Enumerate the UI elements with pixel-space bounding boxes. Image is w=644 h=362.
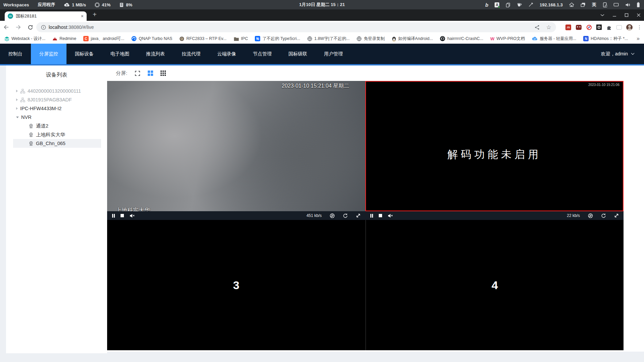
bookmark-rfc[interactable]: RFC2833 – RTP Ev... xyxy=(179,36,227,41)
bookmark-cloud-server[interactable]: 服务器 - 轻量应用... xyxy=(532,36,576,42)
browser-menu-icon[interactable]: ⋮ xyxy=(637,24,642,30)
nav-tab-console[interactable]: 控制台 xyxy=(0,44,31,64)
back-icon[interactable] xyxy=(3,25,9,30)
fullscreen-icon[interactable] xyxy=(135,71,140,76)
bookmark-csdn[interactable]: C java、android可... xyxy=(83,36,124,42)
stop-icon[interactable] xyxy=(121,214,124,217)
tab-search-chevron-icon[interactable] xyxy=(600,14,604,16)
profile-avatar[interactable] xyxy=(626,24,633,31)
player-3-empty[interactable]: 3 xyxy=(107,220,365,350)
bookmark-android-build[interactable]: 如何编译Android... xyxy=(392,36,433,42)
bookmark-webstack[interactable]: Webstack - 设计... xyxy=(4,36,45,42)
caret-right-icon[interactable] xyxy=(16,107,18,110)
display-tray-icon[interactable] xyxy=(613,3,619,7)
nav-tab-node-manage[interactable]: 节点管理 xyxy=(244,44,280,64)
player-2-video-selected[interactable]: 2023-01-10 15:21:06 解码功能未启用 xyxy=(365,81,624,211)
bookmark-copy-free[interactable]: 免登录复制 xyxy=(357,36,385,42)
bookmark-redmine[interactable]: Redmine xyxy=(52,36,76,41)
nav-tab-cloud-record[interactable]: 云端录像 xyxy=(209,44,244,64)
bookmarks-overflow-icon[interactable]: » xyxy=(637,36,640,42)
tab-close-icon[interactable]: × xyxy=(81,14,84,18)
browser-tab[interactable]: 国标28181 × xyxy=(5,11,87,21)
stop-icon[interactable] xyxy=(379,214,382,217)
net-speed-indicator[interactable]: 1 MB/s xyxy=(64,2,86,7)
app-nav-bar: 控制台 分屏监控 国标设备 电子地图 推流列表 拉流代理 云端录像 节点管理 国… xyxy=(0,44,644,64)
layers-tray-icon[interactable] xyxy=(581,2,586,7)
pipette-tray-icon[interactable] xyxy=(528,2,533,7)
tree-node-device[interactable]: 8J01915PAGB3ADF xyxy=(13,95,101,104)
user-menu[interactable]: 欢迎，admin xyxy=(601,44,644,64)
refresh-icon[interactable] xyxy=(601,213,606,218)
nav-tab-map[interactable]: 电子地图 xyxy=(102,44,138,64)
bookmark-ipc-folder[interactable]: IPC xyxy=(234,36,248,41)
js-extension-icon[interactable]: JS xyxy=(565,25,571,30)
mute-icon[interactable] xyxy=(130,214,135,218)
notes-tray-icon[interactable]: A xyxy=(495,2,499,7)
volume-tray-icon[interactable] xyxy=(625,3,630,7)
nav-tab-split-monitor[interactable]: 分屏监控 xyxy=(31,44,66,64)
new-tab-button[interactable]: + xyxy=(93,11,97,18)
applications-button[interactable]: 应用程序 xyxy=(38,2,55,8)
share-icon[interactable] xyxy=(535,25,540,30)
window-maximize-icon[interactable] xyxy=(625,13,629,17)
coffee-tray-icon[interactable] xyxy=(517,2,522,7)
phone-link-tray-icon[interactable] xyxy=(603,2,607,7)
bookmark-zhihu[interactable]: 知 了不起的 TypeScri... xyxy=(255,36,300,42)
bookmark-qnap[interactable]: QNAP Turbo NAS xyxy=(131,36,172,41)
nav-tab-gb-cascade[interactable]: 国标级联 xyxy=(280,44,316,64)
tree-node-channel[interactable]: 通道2 xyxy=(13,122,101,130)
aperture-icon[interactable] xyxy=(330,213,335,218)
bookmark-wvp-docs[interactable]: W WVP-PRO文档 xyxy=(490,36,525,42)
clock[interactable]: 1月10日 星期二 15：21 xyxy=(299,2,345,8)
clipboard-tray-icon[interactable] xyxy=(506,2,510,7)
player-1-video[interactable]: 2023-01-10 15:21:04 星期二 上地科实大华 xyxy=(107,81,365,211)
ip-address[interactable]: 192.168.1.3 xyxy=(540,2,563,7)
window-close-icon[interactable] xyxy=(637,13,641,17)
tree-node-device-expanded[interactable]: NVR xyxy=(13,113,101,122)
tree-node-channel-selected[interactable]: GB_Chn_065 xyxy=(13,139,101,148)
expand-icon[interactable] xyxy=(356,213,361,218)
reload-icon[interactable] xyxy=(28,25,33,30)
split-2x2-icon[interactable] xyxy=(148,71,153,76)
bookmark-github[interactable]: hairrrrr/C-CrashC... xyxy=(440,36,483,41)
forward-icon[interactable] xyxy=(15,25,21,30)
memory-indicator[interactable]: 8% xyxy=(119,2,132,7)
bookmark-hdatmos[interactable]: N HDAtmos :: 种子 *... xyxy=(583,36,628,42)
nav-tab-user-manage[interactable]: 用户管理 xyxy=(316,44,351,64)
bookmark-star-icon[interactable]: ☆ xyxy=(546,25,551,30)
refresh-icon[interactable] xyxy=(343,213,348,218)
mask-extension-icon[interactable] xyxy=(576,24,582,30)
ime-indicator[interactable]: 英 xyxy=(592,2,596,8)
adblock-extension-icon[interactable] xyxy=(586,24,592,30)
caret-down-icon[interactable] xyxy=(16,117,19,118)
caret-right-icon[interactable] xyxy=(16,90,18,92)
cpu-indicator[interactable]: 41% xyxy=(95,2,110,7)
tree-node-device[interactable]: 44020000013200000111 xyxy=(13,87,101,95)
aperture-icon[interactable] xyxy=(588,213,593,218)
url-bar[interactable]: localhost:38080/#/live ☆ xyxy=(36,22,556,32)
bing-tray-icon[interactable]: b xyxy=(485,2,488,8)
nav-tab-push-list[interactable]: 推流列表 xyxy=(138,44,173,64)
pause-icon[interactable] xyxy=(370,214,373,218)
player-4-empty[interactable]: 4 xyxy=(365,220,624,350)
bookmark-typescript-article[interactable]: 1.8W字|了不起的... xyxy=(307,36,350,42)
window-minimize-icon[interactable] xyxy=(612,13,616,17)
webcam-icon xyxy=(29,141,34,146)
nav-tab-gb-devices[interactable]: 国标设备 xyxy=(66,44,102,64)
split-3x3-icon[interactable] xyxy=(160,71,166,76)
mute-icon[interactable] xyxy=(388,214,393,218)
tree-node-channel[interactable]: 上地科实大华 xyxy=(13,130,101,139)
pause-icon[interactable] xyxy=(112,214,115,218)
puzzle-extensions-icon[interactable] xyxy=(606,24,612,30)
home-tray-icon[interactable] xyxy=(569,2,574,7)
nav-tab-pull-proxy[interactable]: 拉流代理 xyxy=(173,44,209,64)
battery-tray-icon[interactable] xyxy=(637,2,640,7)
screenshot-extension-icon[interactable] xyxy=(596,25,602,30)
tree-node-device[interactable]: IPC-HFW4433M-I2 xyxy=(13,104,101,113)
workspaces-button[interactable]: Workspaces xyxy=(3,2,29,7)
site-info-icon[interactable] xyxy=(41,25,46,30)
expand-icon[interactable] xyxy=(614,213,619,218)
chevron-down-icon xyxy=(631,53,635,55)
reader-extension-icon[interactable] xyxy=(616,25,622,30)
caret-right-icon[interactable] xyxy=(16,98,18,101)
